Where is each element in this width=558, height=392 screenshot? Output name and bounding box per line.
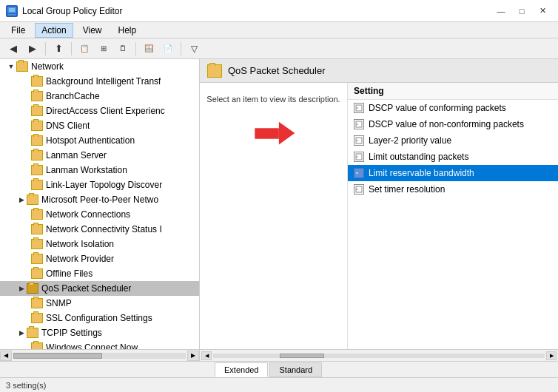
folder-icon — [31, 342, 43, 349]
right-hscroll[interactable]: ◀ ▶ — [200, 349, 558, 361]
close-button[interactable]: ✕ — [533, 4, 552, 18]
back-button[interactable]: ◀ — [4, 41, 22, 57]
tree-label: QoS Packet Scheduler — [41, 283, 131, 294]
tab-bar: Extended Standard — [0, 361, 558, 377]
tree-item-dns[interactable]: DNS Client — [0, 118, 199, 133]
show-hide-button[interactable]: 📋 — [75, 41, 93, 57]
expand-icon: ▼ — [6, 63, 16, 70]
folder-icon — [31, 224, 43, 234]
toolbar: ◀ ▶ ⬆ 📋 ⊞ 🗒 🪟 📄 ▽ — [0, 38, 558, 59]
tree-item-offline-files[interactable]: Offline Files — [0, 266, 199, 281]
folder-icon — [16, 61, 28, 72]
properties-button[interactable]: ⊞ — [95, 41, 112, 57]
hscroll-track2 — [213, 354, 545, 358]
setting-row-timer[interactable]: Set timer resolution — [348, 181, 558, 197]
folder-icon — [27, 328, 38, 338]
tree-scroll[interactable]: ▼ Network Background Intelligent Transf … — [0, 59, 199, 349]
hscroll-right-btn[interactable]: ▶ — [187, 351, 199, 361]
folder-icon — [31, 91, 43, 101]
tree-label: SNMP — [46, 298, 72, 308]
folder-icon — [31, 268, 43, 279]
tree-label: TCPIP Settings — [41, 328, 102, 338]
menu-view[interactable]: View — [76, 23, 109, 38]
setting-label: Set timer resolution — [369, 184, 445, 195]
setting-label: Limit outstanding packets — [369, 152, 468, 162]
toolbar-separator-4 — [181, 42, 181, 55]
window-controls[interactable]: — □ ✕ — [491, 4, 552, 18]
tree-label: Network Connections — [46, 209, 130, 220]
tree-hscroll[interactable]: ◀ ▶ — [0, 349, 199, 361]
folder-icon — [31, 239, 43, 249]
hscroll-track — [13, 353, 186, 359]
setting-icon — [354, 119, 364, 129]
title-bar-left: Local Group Policy Editor — [6, 5, 122, 17]
setting-label: Limit reservable bandwidth — [369, 168, 474, 178]
forward-button[interactable]: ▶ — [24, 41, 41, 57]
tree-label: DNS Client — [46, 121, 90, 131]
tree-label: DirectAccess Client Experienc — [46, 106, 165, 116]
tree-item-link-layer[interactable]: Link-Layer Topology Discover — [0, 178, 199, 192]
tree-item-peertopeer[interactable]: ▶ Microsoft Peer-to-Peer Netwo — [0, 192, 199, 207]
menu-file[interactable]: File — [4, 23, 32, 38]
tab-standard[interactable]: Standard — [269, 362, 322, 377]
main-content: ▼ Network Background Intelligent Transf … — [0, 59, 558, 361]
toolbar-separator-1 — [45, 42, 46, 55]
tree-item-network[interactable]: ▼ Network — [0, 59, 199, 74]
tree-item-snmp[interactable]: SNMP — [0, 296, 199, 311]
maximize-button[interactable]: □ — [512, 4, 531, 18]
hscroll-right-btn2[interactable]: ▶ — [546, 351, 557, 360]
export-button[interactable]: 📄 — [159, 41, 177, 57]
tree-item-hotspot[interactable]: Hotspot Authentication — [0, 133, 199, 148]
tree-item-network-connections[interactable]: Network Connections — [0, 207, 199, 222]
tree-item-lanman-server[interactable]: Lanman Server — [0, 148, 199, 163]
menu-action[interactable]: Action — [35, 23, 73, 38]
hscroll-thumb2[interactable] — [280, 354, 324, 358]
toolbar-separator-3 — [135, 42, 136, 55]
folder-icon — [31, 135, 43, 146]
tree-item-tcpip[interactable]: ▶ TCPIP Settings — [0, 325, 199, 340]
tree-label: Windows Connect Now — [46, 342, 138, 349]
minimize-button[interactable]: — — [491, 4, 511, 18]
description-text: Select an item to view its description. — [206, 95, 340, 104]
tree-label: Network — [31, 61, 64, 72]
tree-item-network-provider[interactable]: Network Provider — [0, 251, 199, 266]
setting-row-limit-outstanding[interactable]: Limit outstanding packets — [348, 149, 558, 165]
expand-icon: ▶ — [16, 196, 27, 203]
tree-item-branchcache[interactable]: BranchCache — [0, 89, 199, 104]
tree-item-network-isolation[interactable]: Network Isolation — [0, 237, 199, 251]
tree-item-ssl[interactable]: SSL Configuration Settings — [0, 311, 199, 325]
hscroll-left-btn2[interactable]: ◀ — [201, 351, 212, 360]
setting-label: DSCP value of conforming packets — [369, 103, 506, 113]
new-window-button[interactable]: 🪟 — [140, 41, 158, 57]
expand-icon: ▶ — [16, 285, 27, 292]
up-button[interactable]: ⬆ — [50, 41, 67, 57]
header-folder-icon — [207, 64, 222, 78]
menu-bar: File Action View Help — [0, 22, 558, 38]
setting-row-layer2[interactable]: Layer-2 priority value — [348, 132, 558, 149]
folder-icon — [31, 76, 43, 87]
setting-row-dscp-conforming[interactable]: DSCP value of conforming packets — [348, 100, 558, 116]
tree-item-lanman-workstation[interactable]: Lanman Workstation — [0, 163, 199, 178]
setting-row-dscp-nonconforming[interactable]: DSCP value of non-conforming packets — [348, 116, 558, 132]
tab-extended[interactable]: Extended — [215, 362, 268, 377]
setting-row-limit-reservable[interactable]: Limit reservable bandwidth — [348, 165, 558, 181]
tree-item-qos[interactable]: ▶ QoS Packet Scheduler — [0, 281, 199, 296]
hscroll-thumb[interactable] — [13, 353, 102, 359]
folder-icon — [31, 298, 43, 308]
tree-label: BranchCache — [46, 91, 100, 101]
filter-button[interactable]: ▽ — [185, 41, 203, 57]
setting-label: DSCP value of non-conforming packets — [369, 119, 524, 129]
tree-label: Link-Layer Topology Discover — [46, 180, 162, 190]
help-button[interactable]: 🗒 — [114, 41, 132, 57]
folder-icon — [31, 313, 43, 323]
setting-icon — [354, 168, 364, 178]
hscroll-left-btn[interactable]: ◀ — [0, 351, 12, 361]
tree-item-directaccess[interactable]: DirectAccess Client Experienc — [0, 104, 199, 118]
status-bar: 3 setting(s) — [0, 377, 558, 392]
folder-icon — [31, 254, 43, 264]
tree-item-ncsi[interactable]: Network Connectivity Status I — [0, 222, 199, 237]
tree-item-wcn[interactable]: Windows Connect Now — [0, 340, 199, 349]
tree-label: Lanman Workstation — [46, 165, 127, 175]
tree-item-bit[interactable]: Background Intelligent Transf — [0, 74, 199, 89]
menu-help[interactable]: Help — [112, 23, 144, 38]
